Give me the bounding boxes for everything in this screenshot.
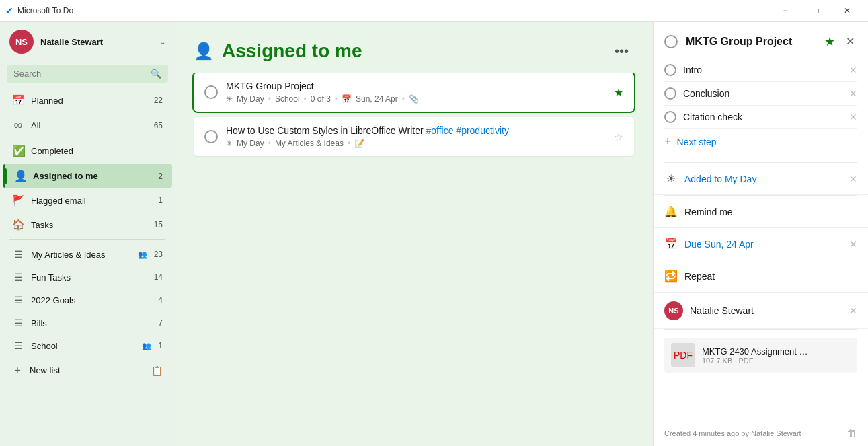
sidebar-item-fun[interactable]: ☰ Fun Tasks 14	[3, 266, 172, 288]
remove-myday-button[interactable]: ✕	[849, 174, 857, 184]
sidebar-item-label: My Articles & Ideas	[31, 250, 128, 260]
list-icon: ☰	[12, 295, 24, 305]
attachment-info: MKTG 2430 Assignment Instruction... 107.…	[702, 346, 851, 365]
sidebar-item-tasks[interactable]: 🏠 Tasks 15	[3, 213, 172, 236]
assigned-count: 2	[158, 172, 163, 181]
more-options-button[interactable]: •••	[609, 41, 634, 62]
panel-task-title: MKTG Group Project	[686, 36, 816, 48]
myday-icon: ✳	[226, 94, 233, 104]
pdf-icon: PDF	[674, 350, 693, 361]
task-title: How to Use Custom Styles in LibreOffice …	[226, 125, 606, 136]
close-button[interactable]: ✕	[832, 0, 863, 22]
new-list-icon: 📋	[151, 365, 163, 376]
step-remove-icon[interactable]: ✕	[849, 88, 857, 99]
sidebar-item-label: Flagged email	[31, 196, 151, 206]
sidebar-item-label: Tasks	[31, 220, 147, 230]
main-header: 👤 Assigned to me •••	[175, 22, 653, 73]
step-item-conclusion[interactable]: Conclusion ✕	[664, 82, 857, 106]
sidebar-item-label: Bills	[31, 318, 151, 328]
sidebar-item-label: Assigned to me	[33, 171, 151, 181]
app-body: NS Natalie Stewart ⌄ 🔍 📅 Planned 22 ∞ Al…	[0, 22, 868, 446]
remind-label: Remind me	[684, 207, 857, 217]
list-icon: ☰	[12, 340, 24, 351]
planned-count: 22	[154, 96, 163, 105]
active-indicator	[5, 168, 7, 184]
panel-header: MKTG Group Project ★ ✕	[654, 22, 868, 56]
calendar-icon: 📅	[664, 237, 678, 250]
task-meta: ✳ My Day • My Articles & Ideas • 📝	[226, 139, 606, 148]
task-title: MKTG Group Project	[226, 81, 606, 91]
user-name: Natalie Stewart	[40, 37, 153, 47]
fun-count: 14	[154, 272, 163, 282]
minimize-button[interactable]: −	[770, 0, 801, 22]
tasks-count: 15	[154, 220, 163, 229]
list-icon: ☰	[12, 249, 24, 260]
panel-task-checkbox[interactable]	[664, 35, 678, 48]
assigned-section[interactable]: NS Natalie Stewart ✕	[654, 293, 868, 329]
task-info: MKTG Group Project ✳ My Day • School • 0…	[226, 81, 606, 104]
attachment-item[interactable]: PDF MKTG 2430 Assignment Instruction... …	[664, 338, 857, 373]
search-box[interactable]: 🔍	[7, 65, 168, 83]
sidebar-item-school[interactable]: ☰ School 👥 1	[3, 335, 172, 357]
task-item[interactable]: MKTG Group Project ✳ My Day • School • 0…	[194, 73, 634, 112]
right-panel: MKTG Group Project ★ ✕ Intro ✕ Conclusio…	[653, 22, 868, 446]
step-checkbox[interactable]	[664, 87, 676, 100]
task-checkbox[interactable]	[204, 85, 218, 99]
step-label: Conclusion	[683, 88, 842, 99]
repeat-label: Repeat	[684, 271, 857, 282]
bell-icon: 🔔	[664, 205, 678, 218]
sidebar-item-assigned[interactable]: 👤 Assigned to me 2	[3, 164, 172, 188]
due-date-section[interactable]: 📅 Due Sun, 24 Apr ✕	[654, 228, 868, 260]
sidebar-item-planned[interactable]: 📅 Planned 22	[3, 89, 172, 112]
remove-assigned-button[interactable]: ✕	[849, 305, 857, 316]
myday-icon: ✳	[226, 139, 233, 148]
star-button[interactable]: ☆	[614, 131, 623, 143]
user-section[interactable]: NS Natalie Stewart ⌄	[0, 22, 175, 62]
task-checkbox[interactable]	[204, 130, 218, 143]
sidebar-item-bills[interactable]: ☰ Bills 7	[3, 312, 172, 334]
maximize-button[interactable]: □	[801, 0, 832, 22]
sidebar-item-label: School	[31, 341, 132, 351]
flagged-count: 1	[158, 196, 163, 205]
sidebar-item-completed[interactable]: ✅ Completed	[3, 139, 172, 163]
new-list-button[interactable]: ＋ New list 📋	[3, 358, 172, 383]
step-checkbox[interactable]	[664, 111, 676, 123]
calendar-icon: 📅	[342, 94, 352, 104]
sidebar-item-all[interactable]: ∞ All 65	[3, 113, 172, 138]
main-content: 👤 Assigned to me ••• MKTG Group Project …	[175, 22, 653, 446]
share-icon: 👥	[138, 250, 147, 259]
titlebar-left: ✔ Microsoft To Do	[5, 5, 73, 16]
panel-close-button[interactable]: ✕	[843, 32, 857, 50]
search-icon: 🔍	[151, 69, 161, 79]
step-remove-icon[interactable]: ✕	[849, 65, 857, 75]
sidebar-item-goals[interactable]: ☰ 2022 Goals 4	[3, 289, 172, 311]
delete-task-button[interactable]: 🗑	[846, 427, 857, 439]
plus-icon: ＋	[12, 363, 23, 377]
school-count: 1	[158, 341, 163, 350]
task-meta: ✳ My Day • School • 0 of 3 • 📅 Sun, 24 A…	[226, 94, 606, 104]
remind-me-section[interactable]: 🔔 Remind me	[654, 196, 868, 228]
panel-star-icon[interactable]: ★	[824, 34, 835, 49]
step-item-intro[interactable]: Intro ✕	[664, 59, 857, 82]
repeat-section[interactable]: 🔁 Repeat	[654, 260, 868, 293]
add-to-myday-section[interactable]: ☀ Added to My Day ✕	[654, 163, 868, 195]
star-button[interactable]: ★	[614, 86, 623, 99]
next-step-button[interactable]: + Next step	[664, 129, 857, 157]
sidebar-item-label: All	[31, 120, 147, 131]
app-title: Microsoft To Do	[17, 6, 73, 15]
attachment-thumbnail: PDF	[671, 343, 695, 367]
goals-count: 4	[158, 295, 163, 305]
task-item[interactable]: How to Use Custom Styles in LibreOffice …	[194, 117, 634, 156]
myday-label: Added to My Day	[684, 174, 842, 184]
sidebar-item-label: Completed	[31, 146, 163, 156]
sidebar-item-flagged[interactable]: 🚩 Flagged email 1	[3, 189, 172, 212]
sun-icon: ☀	[664, 172, 678, 185]
panel-steps: Intro ✕ Conclusion ✕ Citation check ✕ + …	[654, 56, 868, 162]
sidebar-item-articles[interactable]: ☰ My Articles & Ideas 👥 23	[3, 244, 172, 265]
step-item-citation[interactable]: Citation check ✕	[664, 106, 857, 129]
search-input[interactable]	[13, 69, 145, 79]
attachment-icon: 📎	[409, 94, 419, 104]
remove-due-button[interactable]: ✕	[849, 239, 857, 250]
step-remove-icon[interactable]: ✕	[849, 112, 857, 122]
step-checkbox[interactable]	[664, 64, 676, 76]
